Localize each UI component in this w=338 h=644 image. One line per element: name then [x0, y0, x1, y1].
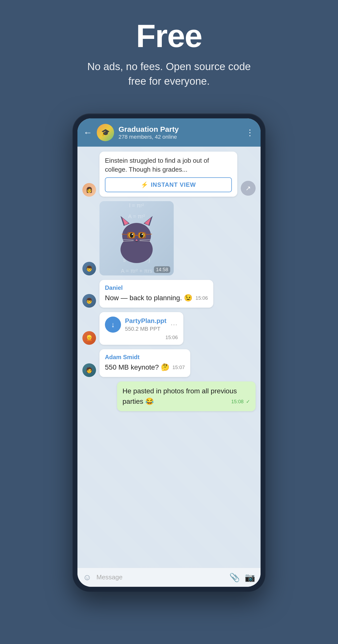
avatar: 🧑 [82, 363, 96, 377]
group-avatar: 🎓 [97, 124, 114, 141]
sticker-message: l = πr² A = πr² V = l³ P = 2πr A = πr² s… [99, 201, 174, 276]
message-sender: Adam Smidt [105, 354, 185, 361]
message-input[interactable]: Message [96, 574, 224, 581]
iv-preview-text: Einstein struggled to find a job out of … [99, 152, 237, 178]
table-row: 👦 Daniel Now — back to planning. 😉 15:06 [82, 280, 256, 308]
file-menu-button[interactable]: ⋯ [170, 320, 178, 329]
chat-status: 278 members, 42 online [118, 134, 241, 140]
message-input-bar: ☺ Message 📎 📷 [77, 568, 261, 587]
attach-button[interactable]: 📎 [229, 572, 240, 582]
message-text: Now — back to planning. 😉 15:06 [105, 293, 208, 303]
svg-point-11 [142, 234, 143, 235]
message-timestamp: 14:58 [154, 266, 170, 273]
instant-view-button[interactable]: ⚡ INSTANT VIEW [105, 177, 232, 192]
message-text: 550 MB keynote? 🤔 15:07 [105, 362, 185, 372]
page-headline: Free [136, 20, 202, 52]
table-row: 👦 l = πr² A = πr² V = l³ P = 2πr A = πr²… [82, 201, 256, 276]
file-name: PartyPlan.ppt [125, 317, 167, 325]
avatar: 👦 [82, 262, 96, 276]
chat-menu-button[interactable]: ⋮ [246, 128, 255, 138]
instant-view-card: Einstein struggled to find a job out of … [99, 152, 237, 197]
message-timestamp: 15:06 [195, 294, 208, 302]
phone-frame: ← 🎓 Graduation Party 278 members, 42 onl… [72, 114, 266, 592]
chat-body: 👩 Einstein struggled to find a job out o… [77, 147, 261, 568]
download-button[interactable]: ↓ [105, 316, 121, 333]
file-row: ↓ PartyPlan.ppt 550.2 MB PPT ⋯ [105, 316, 178, 333]
message-text: He pasted in photos from all previous pa… [122, 386, 250, 407]
chat-bubble: Daniel Now — back to planning. 😉 15:06 [99, 280, 213, 308]
avatar: 👩 [82, 183, 96, 197]
message-sender: Daniel [105, 284, 208, 291]
table-row: 👩 Einstein struggled to find a job out o… [82, 152, 256, 197]
file-size: 550.2 MB PPT [125, 326, 167, 332]
message-timestamp: 15:07 [172, 364, 185, 371]
share-button[interactable]: ↗ [241, 181, 256, 196]
svg-point-8 [130, 233, 133, 238]
message-timestamp: 15:08 ✓ [231, 398, 250, 405]
message-timestamp: 15:06 [105, 335, 178, 340]
chat-bubble: Adam Smidt 550 MB keynote? 🤔 15:07 [99, 349, 190, 377]
lightning-icon: ⚡ [141, 181, 148, 188]
camera-button[interactable]: 📷 [245, 572, 255, 582]
read-receipt-icon: ✓ [246, 399, 250, 404]
back-button[interactable]: ← [83, 127, 92, 138]
table-row: 👱 ↓ PartyPlan.ppt 550.2 MB PPT ⋯ 15:06 [82, 312, 256, 345]
svg-point-10 [132, 234, 133, 235]
avatar: 👦 [82, 294, 96, 308]
chat-name: Graduation Party [118, 125, 241, 134]
svg-point-1 [122, 223, 151, 249]
avatar: 👱 [82, 331, 96, 345]
file-message: ↓ PartyPlan.ppt 550.2 MB PPT ⋯ 15:06 [99, 312, 183, 345]
chat-header: ← 🎓 Graduation Party 278 members, 42 onl… [77, 118, 261, 147]
table-row: He pasted in photos from all previous pa… [82, 382, 256, 411]
phone-screen: ← 🎓 Graduation Party 278 members, 42 onl… [77, 118, 261, 587]
table-row: 🧑 Adam Smidt 550 MB keynote? 🤔 15:07 [82, 349, 256, 377]
cat-sticker-svg [114, 212, 159, 264]
iv-button-label: INSTANT VIEW [151, 181, 196, 188]
file-info: PartyPlan.ppt 550.2 MB PPT [125, 317, 167, 332]
emoji-button[interactable]: ☺ [83, 572, 91, 582]
outgoing-chat-bubble: He pasted in photos from all previous pa… [117, 382, 256, 411]
page-subheadline: No ads, no fees. Open source code free f… [82, 60, 256, 89]
chat-info: Graduation Party 278 members, 42 online [118, 125, 241, 140]
svg-point-9 [140, 233, 143, 238]
top-section: Free No ads, no fees. Open source code f… [0, 0, 338, 104]
